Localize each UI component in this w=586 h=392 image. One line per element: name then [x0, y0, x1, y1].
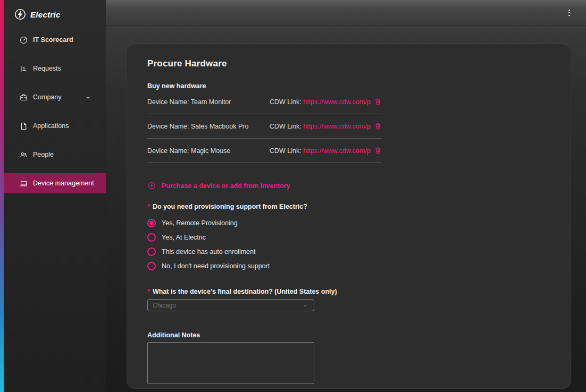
briefcase-icon — [19, 93, 28, 102]
additional-notes-label: Additional Notes — [147, 331, 550, 339]
sidebar-item-label: People — [33, 151, 54, 158]
radio-option-at-electric[interactable]: Yes, At Electric — [147, 230, 550, 244]
chevron-down-icon — [302, 302, 309, 309]
sidebar-item-applications[interactable]: Applications — [4, 116, 106, 136]
radio-option-no-support[interactable]: No, I don't need provisioning support — [147, 259, 550, 273]
laptop-icon — [19, 179, 28, 188]
cdw-link-cell: CDW Link: https://www.cdw.com/pro... — [270, 147, 371, 155]
sidebar-item-label: Device management — [33, 180, 94, 187]
sidebar-item-it-scorecard[interactable]: IT Scorecard — [4, 30, 106, 50]
sidebar: Electric IT Scorecard Requests — [0, 0, 106, 392]
sidebar-item-company[interactable]: Company — [4, 87, 106, 107]
radio-option-remote-provisioning[interactable]: Yes, Remote Provisioning — [147, 216, 550, 230]
document-icon — [19, 122, 28, 131]
radio-label: Yes, Remote Provisioning — [162, 219, 238, 227]
provisioning-options: Yes, Remote Provisioning Yes, At Electri… — [147, 216, 550, 273]
gauge-icon — [19, 36, 28, 45]
chevron-down-icon — [84, 93, 92, 101]
section-label: Buy new hardware — [147, 82, 550, 90]
people-icon — [19, 150, 28, 159]
radio-button[interactable] — [147, 262, 156, 270]
device-row: Device Name: Magic Mouse CDW Link: https… — [147, 139, 382, 163]
cdw-link[interactable]: https://www.cdw.com/pro... — [303, 98, 371, 106]
procure-hardware-card: Procure Hardware Buy new hardware Device… — [127, 44, 571, 389]
purchase-device-label: Purchase a device or add from inventory — [162, 182, 290, 190]
kebab-menu-icon[interactable] — [566, 8, 572, 17]
delete-device-button[interactable] — [371, 98, 382, 106]
sidebar-item-label: Applications — [33, 122, 69, 130]
cdw-link[interactable]: https://www.cdw.com/pro... — [303, 147, 371, 155]
cdw-link-prefix: CDW Link: — [270, 98, 302, 106]
list-icon — [19, 64, 28, 73]
plus-circle-icon — [147, 181, 156, 190]
cdw-link-cell: CDW Link: https://www.cdw.com/pro... — [270, 98, 371, 106]
radio-label: No, I don't need provisioning support — [162, 262, 270, 270]
delete-device-button[interactable] — [371, 122, 382, 130]
topbar — [106, 0, 586, 25]
cdw-link[interactable]: https://www.cdw.com/pro... — [303, 123, 371, 130]
sidebar-item-label: Company — [33, 93, 62, 101]
device-name-text: Device Name: Team Monitor — [147, 98, 270, 106]
sidebar-item-requests[interactable]: Requests — [4, 58, 106, 79]
radio-button[interactable] — [147, 219, 156, 227]
sidebar-item-people[interactable]: People — [4, 144, 106, 165]
required-asterisk: * — [147, 288, 150, 295]
brand-logo: Electric — [14, 8, 61, 20]
brand-name: Electric — [30, 10, 61, 19]
page-title: Procure Hardware — [147, 58, 550, 69]
sidebar-item-device-management[interactable]: Device management — [4, 173, 106, 193]
cdw-link-cell: CDW Link: https://www.cdw.com/pro... — [270, 123, 371, 130]
trash-icon — [374, 122, 382, 130]
device-row: Device Name: Sales Macbook Pro CDW Link:… — [147, 114, 382, 139]
sidebar-item-label: Requests — [33, 65, 61, 72]
purchase-device-button[interactable]: Purchase a device or add from inventory — [147, 181, 290, 190]
destination-question: *What is the device's final destination?… — [147, 288, 550, 295]
device-row: Device Name: Team Monitor CDW Link: http… — [147, 90, 382, 114]
radio-label: Yes, At Electric — [162, 234, 206, 241]
sidebar-item-label: IT Scorecard — [33, 36, 73, 44]
radio-option-auto-enrollment[interactable]: This device has auto enrollment — [147, 244, 550, 259]
radio-button[interactable] — [147, 248, 156, 256]
radio-label: This device has auto enrollment — [162, 248, 255, 255]
radio-button[interactable] — [147, 233, 156, 242]
destination-select[interactable]: Chicago — [147, 299, 314, 311]
provisioning-question: *Do you need provisioning support from E… — [147, 203, 550, 210]
required-asterisk: * — [147, 203, 150, 210]
cdw-link-prefix: CDW Link: — [270, 123, 302, 130]
device-name-text: Device Name: Sales Macbook Pro — [147, 123, 270, 130]
delete-device-button[interactable] — [371, 147, 382, 155]
trash-icon — [374, 98, 382, 106]
additional-notes-textarea[interactable] — [147, 342, 314, 384]
trash-icon — [374, 147, 382, 155]
device-list: Device Name: Team Monitor CDW Link: http… — [147, 90, 382, 163]
device-name-text: Device Name: Magic Mouse — [147, 147, 270, 155]
sidebar-nav: IT Scorecard Requests Company — [4, 30, 106, 202]
destination-selected-value: Chicago — [153, 302, 176, 309]
lightning-bolt-icon — [14, 8, 26, 20]
main-backdrop: Procure Hardware Buy new hardware Device… — [106, 26, 586, 392]
cdw-link-prefix: CDW Link: — [270, 147, 302, 155]
